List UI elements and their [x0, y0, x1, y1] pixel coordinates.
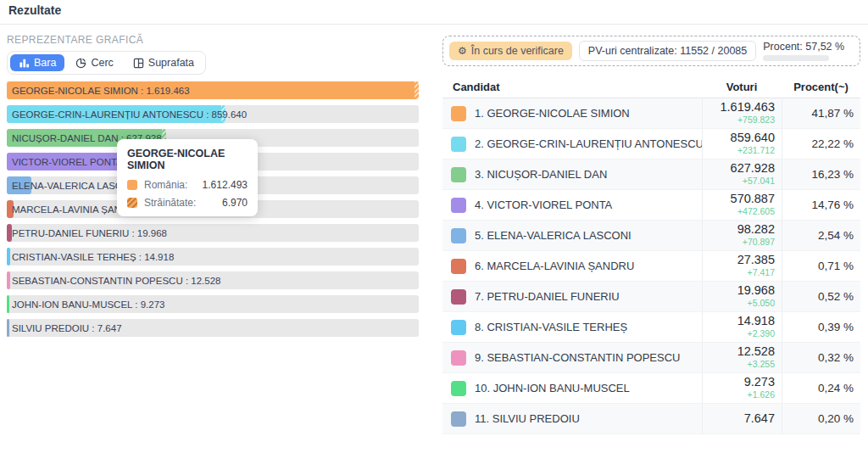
tooltip-row-label: România:: [144, 179, 187, 191]
table-row: 1. GEORGE-NICOLAE SIMION1.619.463+759.82…: [442, 98, 860, 129]
candidate-name: 9. SEBASTIAN-CONSTANTIN POPESCU: [475, 351, 680, 364]
tooltip-title: GEORGE-NICOLAE SIMION: [127, 148, 248, 171]
candidate-name: 11. SILVIU PREDOIU: [475, 412, 580, 425]
percent-cell: 16,23 %: [782, 159, 860, 189]
votes-value: 27.385: [737, 254, 775, 267]
gear-icon: ⚙: [458, 46, 467, 56]
percent-cell: 41,87 %: [782, 98, 860, 128]
bar-row[interactable]: SILVIU PREDOIU : 7.647: [7, 319, 419, 337]
candidate-color-swatch: [451, 350, 466, 366]
bar-fill: [7, 248, 10, 266]
votes-delta: +2.390: [748, 328, 775, 339]
candidate-color-swatch: [451, 381, 466, 396]
bar-row[interactable]: GEORGE-NICOLAE SIMION : 1.619.463: [7, 81, 419, 99]
table-row: 9. SEBASTIAN-CONSTANTIN POPESCU12.528+3.…: [442, 343, 860, 373]
candidate-name: 10. JOHN-ION BANU-MUSCEL: [475, 382, 630, 394]
verification-status-label: În curs de verificare: [471, 45, 564, 57]
votes-cell: 14.918+2.390: [702, 312, 782, 342]
votes-cell: 19.968+5.050: [702, 282, 782, 311]
candidate-name: 8. CRISTIAN-VASILE TERHEȘ: [475, 321, 627, 333]
percent-cell: 0,71 %: [782, 251, 860, 281]
table-row: 4. VICTOR-VIOREL PONTA570.887+472.60514,…: [442, 190, 860, 221]
bar-chart-icon: [19, 58, 30, 69]
votes-cell: 27.385+7.417: [702, 251, 782, 281]
column-header-candidat: Candidat: [442, 81, 702, 93]
candidate-cell: 2. GEORGE-CRIN-LAURENȚIU ANTONESCU: [442, 129, 702, 159]
votes-delta: +759.823: [737, 115, 775, 126]
pie-chart-icon: [75, 58, 86, 69]
candidate-color-swatch: [451, 106, 466, 121]
votes-cell: 1.619.463+759.823: [702, 98, 782, 128]
solid-orange-swatch-icon: [127, 180, 137, 190]
percent-cell: 0,52 %: [782, 282, 860, 311]
votes-delta: +1.626: [748, 389, 775, 400]
percent-cell: 0,24 %: [782, 373, 860, 403]
section-label: REPREZENTARE GRAFICĂ: [7, 34, 419, 46]
bar-label: GEORGE-NICOLAE SIMION : 1.619.463: [12, 86, 190, 96]
candidate-color-swatch: [451, 198, 466, 213]
percent-cell: 22,22 %: [782, 129, 860, 159]
candidate-cell: 9. SEBASTIAN-CONSTANTIN POPESCU: [442, 343, 702, 372]
candidate-color-swatch: [451, 289, 466, 305]
votes-delta: +3.255: [748, 359, 775, 370]
candidate-name: 6. MARCELA-LAVINIA ȘANDRU: [475, 260, 634, 272]
table-row: 11. SILVIU PREDOIU7.6470,20 %: [442, 404, 860, 434]
candidate-cell: 6. MARCELA-LAVINIA ȘANDRU: [442, 251, 702, 281]
candidate-name: 7. PETRU-DANIEL FUNERIU: [475, 290, 620, 303]
table-row: 7. PETRU-DANIEL FUNERIU19.968+5.0500,52 …: [442, 282, 860, 312]
votes-value: 7.647: [744, 412, 775, 426]
bar-fill: [7, 271, 10, 289]
table-row: 10. JOHN-ION BANU-MUSCEL9.273+1.6260,24 …: [442, 373, 860, 404]
verification-status-badge: ⚙ În curs de verificare: [449, 42, 572, 60]
votes-value: 19.968: [737, 284, 775, 298]
bar-row[interactable]: GEORGE-CRIN-LAURENȚIU ANTONESCU : 859.64…: [7, 105, 419, 123]
tooltip-row-value: 1.612.493: [203, 179, 248, 191]
votes-cell: 859.640+231.712: [702, 129, 782, 159]
bar-label: GEORGE-CRIN-LAURENȚIU ANTONESCU : 859.64…: [12, 109, 247, 120]
area-grid-icon: [133, 58, 144, 69]
candidate-name: 4. VICTOR-VIOREL PONTA: [475, 199, 612, 211]
candidate-color-swatch: [451, 320, 466, 335]
bar-row[interactable]: SEBASTIAN-CONSTANTIN POPESCU : 12.528: [7, 271, 419, 289]
candidate-cell: 4. VICTOR-VIOREL PONTA: [442, 190, 702, 220]
bar-label: PETRU-DANIEL FUNERIU : 19.968: [12, 228, 167, 238]
chart-tab-bara[interactable]: Bara: [10, 54, 64, 71]
percent-cell: 0,39 %: [782, 312, 860, 342]
chart-tab-suprafata[interactable]: Suprafata: [125, 54, 203, 71]
candidate-cell: 5. ELENA-VALERICA LASCONI: [442, 221, 702, 250]
status-bar: ⚙ În curs de verificare PV-uri centraliz…: [442, 36, 860, 66]
results-table: Candidat Voturi Procent(~) 1. GEORGE-NIC…: [442, 76, 860, 434]
bar-row[interactable]: JOHN-ION BANU-MUSCEL : 9.273: [7, 295, 419, 313]
striped-orange-swatch-icon: [127, 198, 137, 208]
votes-value: 570.887: [731, 193, 775, 206]
votes-cell: 7.647: [702, 404, 782, 433]
percent-cell: 2,54 %: [782, 221, 860, 250]
votes-delta: +5.050: [748, 298, 775, 309]
bar-row[interactable]: CRISTIAN-VASILE TERHEȘ : 14.918: [7, 248, 419, 266]
percent-cell: 14,76 %: [782, 190, 860, 220]
bar-label: SEBASTIAN-CONSTANTIN POPESCU : 12.528: [12, 276, 220, 286]
candidate-cell: 3. NICUȘOR-DANIEL DAN: [442, 159, 702, 189]
votes-value: 14.918: [737, 315, 775, 328]
table-row: 8. CRISTIAN-VASILE TERHEȘ14.918+2.3900,3…: [442, 312, 860, 343]
chart-tab-cerc[interactable]: Cerc: [67, 54, 121, 71]
diaspora-striped-tip: [415, 81, 419, 99]
chart-type-tabs: BaraCercSuprafata: [7, 51, 206, 75]
votes-value: 12.528: [737, 345, 775, 359]
percent-cell: 0,20 %: [782, 404, 860, 433]
procent-progress-bar: [763, 55, 829, 61]
votes-delta: +231.712: [737, 145, 775, 156]
table-row: 2. GEORGE-CRIN-LAURENȚIU ANTONESCU859.64…: [442, 129, 860, 159]
tooltip-row: Străinătate:6.970: [127, 197, 248, 209]
candidate-color-swatch: [451, 167, 466, 182]
bar-label: JOHN-ION BANU-MUSCEL : 9.273: [12, 299, 164, 310]
bar-row[interactable]: PETRU-DANIEL FUNERIU : 19.968: [7, 224, 419, 242]
votes-value: 859.640: [731, 131, 775, 145]
votes-value: 627.928: [731, 162, 775, 176]
votes-delta: +70.897: [743, 237, 775, 248]
table-row: 5. ELENA-VALERICA LASCONI98.282+70.8972,…: [442, 221, 860, 251]
column-header-procent: Procent(~): [782, 81, 860, 93]
column-header-voturi: Voturi: [702, 81, 782, 93]
votes-cell: 570.887+472.605: [702, 190, 782, 220]
votes-cell: 98.282+70.897: [702, 221, 782, 250]
